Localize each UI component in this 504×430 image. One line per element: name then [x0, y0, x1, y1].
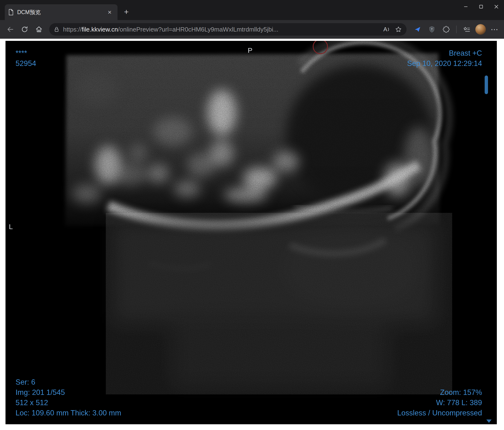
- series-number: Ser: 6: [16, 377, 121, 387]
- study-description: Breast +C: [407, 48, 482, 58]
- patient-id: 52954: [16, 58, 36, 69]
- navigation-toolbar: https://file.kkview.cn/onlinePreview?url…: [0, 20, 504, 39]
- mri-faint-speckle-layer: [106, 213, 452, 394]
- minimize-icon: [462, 3, 470, 10]
- new-tab-button[interactable]: +: [121, 6, 132, 17]
- display-info-overlay: Zoom: 157% W: 778 L: 389 Lossless / Unco…: [397, 387, 482, 418]
- compression-info: Lossless / Uncompressed: [397, 408, 482, 418]
- browser-window: DCM预览 ✕ +: [0, 0, 504, 430]
- image-matrix: 512 x 512: [16, 397, 121, 408]
- add-favorite-button[interactable]: [393, 24, 404, 35]
- tab-dcm-preview[interactable]: DCM预览 ✕: [5, 4, 117, 20]
- address-bar[interactable]: https://file.kkview.cn/onlinePreview?url…: [49, 23, 406, 36]
- series-scroll-down-arrow[interactable]: [486, 420, 492, 423]
- favorites-button[interactable]: [461, 24, 472, 35]
- maximize-icon: [477, 3, 485, 10]
- tab-title: DCM预览: [17, 9, 102, 16]
- star-icon: [395, 26, 402, 33]
- refresh-button[interactable]: [18, 23, 31, 36]
- tab-strip: DCM预览 ✕ +: [0, 0, 504, 20]
- tab-close-button[interactable]: ✕: [105, 8, 114, 17]
- close-window-button[interactable]: [489, 0, 504, 13]
- url-path: /onlinePreview?url=aHR0cHM6Ly9maWxlLmtrd…: [118, 26, 279, 33]
- url-host: file.kkview.cn: [82, 26, 118, 33]
- refresh-icon: [21, 26, 28, 33]
- toolbar-divider: [456, 26, 457, 33]
- window-controls: [458, 0, 504, 13]
- read-aloud-wave-icon: [388, 27, 391, 32]
- home-button[interactable]: [33, 23, 45, 36]
- orientation-posterior: P: [248, 45, 252, 55]
- home-icon: [35, 26, 43, 33]
- zoom-level: Zoom: 157%: [397, 387, 482, 397]
- lock-icon[interactable]: [54, 26, 60, 33]
- window-level: W: 778 L: 389: [397, 397, 482, 408]
- settings-more-button[interactable]: ⋯: [489, 24, 500, 35]
- study-datetime: Sep 10, 2020 12:29:14: [407, 58, 482, 69]
- read-aloud-icon: A: [383, 26, 387, 33]
- extensions-button[interactable]: [441, 24, 452, 35]
- favorites-star-list-icon: [463, 26, 470, 33]
- extension-icons: T ⋯: [412, 24, 500, 35]
- close-icon: [493, 3, 500, 10]
- minimize-button[interactable]: [458, 0, 473, 13]
- extension-shield-button[interactable]: T: [426, 24, 438, 35]
- dicom-viewport[interactable]: **** 52954 P Breast +C Sep 10, 2020 12:2…: [6, 41, 497, 424]
- read-aloud-button[interactable]: A: [381, 24, 393, 35]
- url-text[interactable]: https://file.kkview.cn/onlinePreview?url…: [63, 26, 381, 33]
- shield-icon: T: [428, 26, 435, 33]
- series-info-overlay: Ser: 6 Img: 201 1/545 512 x 512 Loc: 109…: [16, 377, 121, 418]
- series-scrollbar-thumb[interactable]: [485, 75, 488, 94]
- puzzle-icon: [443, 26, 450, 33]
- extension-blue-button[interactable]: [412, 24, 423, 35]
- study-info-overlay: Breast +C Sep 10, 2020 12:29:14: [407, 48, 482, 69]
- maximize-button[interactable]: [473, 0, 489, 13]
- url-scheme: https://: [63, 26, 82, 33]
- back-button[interactable]: [4, 23, 17, 36]
- image-number: Img: 201 1/545: [16, 387, 121, 397]
- document-icon: [8, 9, 14, 16]
- orientation-left: L: [9, 222, 13, 232]
- shield-letter: T: [431, 28, 433, 31]
- slice-location: Loc: 109.60 mm Thick: 3.00 mm: [16, 408, 121, 418]
- profile-avatar[interactable]: [475, 24, 486, 35]
- patient-name-masked: ****: [16, 48, 36, 58]
- blue-kite-icon: [414, 26, 421, 33]
- page-background: **** 52954 P Breast +C Sep 10, 2020 12:2…: [0, 39, 504, 430]
- mri-image: [6, 41, 497, 424]
- patient-info-overlay: **** 52954: [16, 48, 36, 69]
- back-icon: [7, 26, 14, 33]
